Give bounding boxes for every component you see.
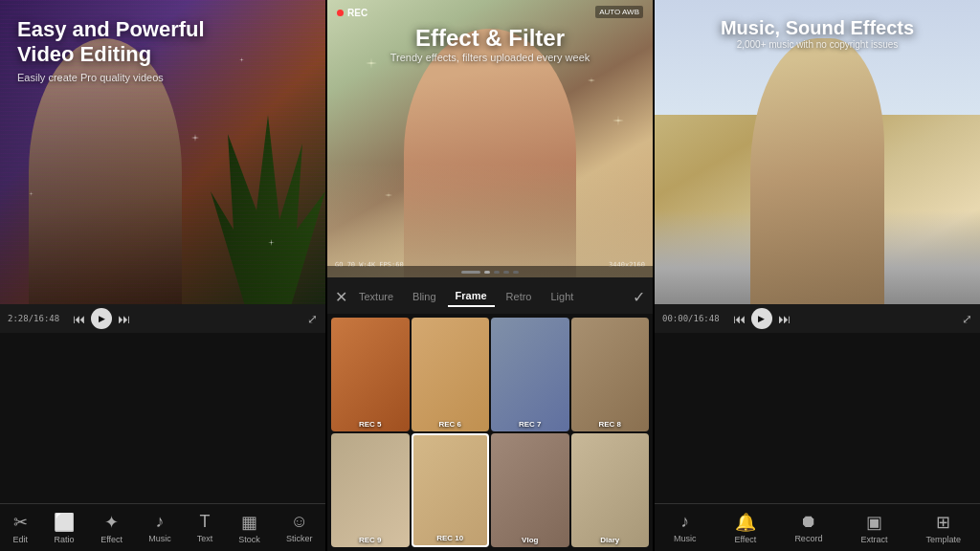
auto-badge: AUTO AWB — [595, 6, 643, 18]
texture-tab[interactable]: Texture — [351, 287, 401, 306]
filter-rec8[interactable]: REC 8 — [571, 318, 650, 431]
right-expand-button[interactable]: ⤢ — [962, 312, 972, 326]
filter-indicator — [327, 266, 653, 277]
close-filter-button[interactable]: ✕ — [335, 288, 347, 306]
indicator-bar — [494, 271, 500, 274]
timeline-controls: 2:28/16:48 ⏮ ▶ ⏭ ⤢ — [0, 304, 325, 333]
filter-rec5[interactable]: REC 5 — [331, 318, 410, 431]
bell-icon: 🔔 — [735, 512, 756, 533]
filter-vlog[interactable]: Vlog — [491, 433, 569, 547]
filter-thumbnail: REC 7 — [491, 318, 569, 431]
sparkle-icon — [612, 115, 624, 126]
edit-tool[interactable]: ✂ Edit — [13, 512, 29, 544]
next-button[interactable]: ⏭ — [118, 312, 130, 326]
right-prev-button[interactable]: ⏮ — [733, 312, 746, 326]
sparkle-icon — [588, 77, 595, 84]
sticker-icon: ☺ — [290, 512, 307, 532]
stock-icon: ▦ — [241, 512, 257, 533]
filter-tabs: ✕ Texture Bling Frame Retro Light ✓ — [327, 279, 653, 314]
filter-rec6[interactable]: REC 6 — [412, 318, 490, 431]
stock-tool[interactable]: ▦ Stock — [238, 512, 260, 544]
effect-filter-subtitle: Trendy effects, filters uploaded every w… — [327, 52, 653, 63]
effect-icon: ✦ — [104, 512, 119, 533]
filter-rec10[interactable]: REC 10 — [412, 433, 490, 547]
filter-thumbnail: REC 8 — [571, 318, 650, 431]
record-tool[interactable]: ⏺ Record — [794, 512, 822, 543]
right-timeline-area: 00:00/16:48 ⏮ ▶ ⏭ ⤢ 🔊 Turn off — [655, 304, 980, 551]
right-panel: Music, Sound Effects 2,000+ music with n… — [655, 0, 980, 551]
current-time: 2:28/16:48 — [8, 314, 59, 323]
filter-grid: REC 5 REC 6 REC 7 REC 8 REC 9 REC 10 — [327, 314, 653, 551]
bottom-toolbar: ✂ Edit ⬜ Ratio ✦ Effect ♪ Music T Text ▦… — [0, 503, 325, 551]
indicator-bar — [461, 271, 480, 274]
effect-filter-title: Effect & Filter — [327, 25, 653, 52]
text-icon: T — [199, 512, 210, 532]
right-title-area: Music, Sound Effects 2,000+ music with n… — [655, 17, 980, 50]
music-note-icon: ♪ — [155, 512, 164, 532]
ratio-icon: ⬜ — [54, 512, 75, 533]
indicator-bar — [484, 271, 490, 274]
main-subtitle: Easily create Pro quality videos — [17, 72, 308, 83]
right-person — [750, 38, 884, 306]
effect-tool[interactable]: ✦ Effect — [100, 512, 122, 544]
music-tool[interactable]: ♪ Music — [148, 512, 171, 543]
play-button[interactable]: ▶ — [91, 308, 112, 329]
right-timeline-controls: 00:00/16:48 ⏮ ▶ ⏭ ⤢ — [655, 304, 980, 333]
mid-title-area: Effect & Filter Trendy effects, filters … — [327, 25, 653, 63]
bling-tab[interactable]: Bling — [405, 287, 443, 306]
indicator-bar — [503, 271, 509, 274]
left-panel: Easy and Powerful Video Editing Easily c… — [0, 0, 327, 551]
filter-rec7[interactable]: REC 7 — [491, 318, 569, 431]
music-effects-title: Music, Sound Effects — [655, 17, 980, 39]
indicator-bar — [513, 271, 519, 274]
extract-tool[interactable]: ▣ Extract — [860, 512, 887, 544]
filter-thumbnail: REC 5 — [331, 318, 410, 431]
timeline-area: 2:28/16:48 ⏮ ▶ ⏭ ⤢ ✦ ♪ ◎ T ⊙ — [0, 304, 325, 551]
extract-icon: ▣ — [866, 512, 882, 533]
frame-tab[interactable]: Frame — [448, 286, 495, 307]
right-current-time: 00:00/16:48 — [662, 314, 720, 323]
main-heading: Easy and Powerful Video Editing — [17, 17, 308, 68]
confirm-filter-button[interactable]: ✓ — [633, 288, 645, 306]
middle-panel: REC AUTO AWB Effect & Filter Trendy effe… — [327, 0, 655, 551]
flowers — [327, 163, 653, 277]
record-icon: ⏺ — [800, 512, 817, 532]
expand-button[interactable]: ⤢ — [307, 312, 318, 326]
effect-tool-right[interactable]: 🔔 Effect — [735, 512, 757, 544]
right-next-button[interactable]: ⏭ — [778, 312, 791, 326]
filter-thumbnail: Diary — [571, 433, 650, 547]
sticker-tool[interactable]: ☺ Sticker — [286, 512, 313, 543]
light-tab[interactable]: Light — [543, 287, 581, 306]
rec-badge: REC — [337, 8, 368, 18]
right-play-button[interactable]: ▶ — [751, 308, 772, 329]
filter-thumbnail: REC 10 — [413, 435, 488, 545]
left-title-area: Easy and Powerful Video Editing Easily c… — [17, 17, 308, 83]
filter-diary[interactable]: Diary — [571, 433, 650, 547]
right-playback-controls: ⏮ ▶ ⏭ — [733, 308, 791, 329]
template-icon: ⊞ — [936, 512, 950, 533]
scissors-icon: ✂ — [13, 512, 28, 533]
music-icon: ♪ — [680, 512, 689, 532]
music-effects-subtitle: 2,000+ music with no copyright issues — [655, 39, 980, 50]
rec-label: REC — [347, 8, 368, 18]
right-bottom-toolbar: ♪ Music 🔔 Effect ⏺ Record ▣ Extract ⊞ Te… — [655, 503, 980, 551]
music-tool-right[interactable]: ♪ Music — [674, 512, 697, 543]
retro-tab[interactable]: Retro — [499, 287, 540, 306]
filter-thumbnail: Vlog — [491, 433, 569, 547]
template-tool[interactable]: ⊞ Template — [925, 512, 961, 544]
text-tool[interactable]: T Text — [197, 512, 213, 543]
rec-dot — [337, 10, 344, 16]
ratio-tool[interactable]: ⬜ Ratio — [54, 512, 75, 544]
filter-thumbnail: REC 9 — [331, 433, 410, 547]
filter-thumbnail: REC 6 — [412, 318, 490, 431]
prev-button[interactable]: ⏮ — [73, 312, 85, 326]
filter-rec9[interactable]: REC 9 — [331, 433, 410, 547]
playback-controls: ⏮ ▶ ⏭ — [73, 308, 130, 329]
